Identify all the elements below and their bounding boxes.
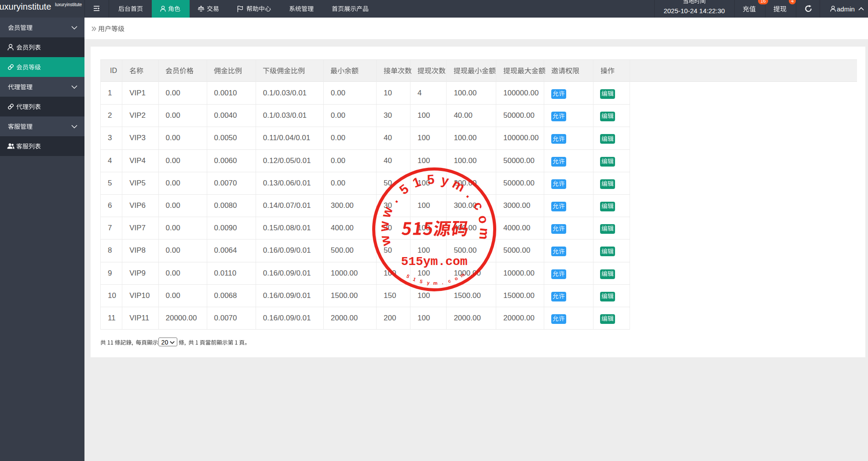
svg-text:w: w bbox=[376, 221, 391, 232]
svg-text:1: 1 bbox=[410, 174, 422, 190]
svg-text:.: . bbox=[464, 188, 476, 200]
svg-text:c: c bbox=[471, 199, 487, 212]
svg-text:.: . bbox=[441, 280, 443, 285]
svg-text:m: m bbox=[433, 280, 438, 286]
svg-text:m: m bbox=[459, 272, 466, 278]
svg-text:c: c bbox=[447, 278, 451, 283]
svg-text:m: m bbox=[476, 227, 492, 240]
svg-text:5: 5 bbox=[396, 181, 411, 197]
svg-text:5: 5 bbox=[419, 279, 423, 284]
svg-text:5: 5 bbox=[406, 273, 410, 279]
svg-text:.: . bbox=[387, 194, 400, 205]
svg-text:515ym.com: 515ym.com bbox=[401, 255, 467, 269]
svg-text:w: w bbox=[378, 205, 396, 220]
svg-text:o: o bbox=[454, 275, 458, 281]
svg-text:y: y bbox=[427, 280, 430, 286]
svg-text:w: w bbox=[377, 234, 394, 248]
svg-text:5: 5 bbox=[426, 172, 435, 187]
svg-text:o: o bbox=[476, 214, 491, 225]
svg-text:1: 1 bbox=[412, 276, 417, 282]
svg-text:y: y bbox=[440, 172, 450, 188]
